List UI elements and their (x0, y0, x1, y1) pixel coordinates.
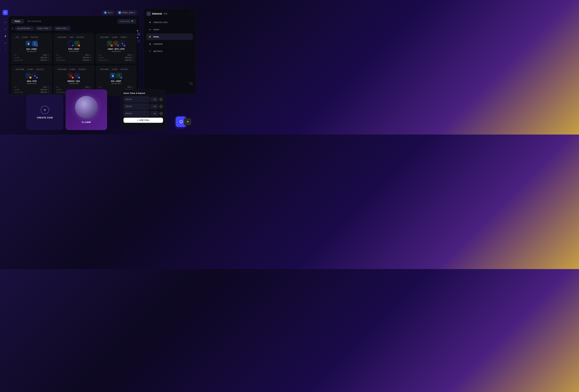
sidebar-icon-metrics[interactable]: ⤴ (3, 48, 7, 52)
coin-sui6: 💧 (110, 73, 116, 78)
coin-ada: ₳ ⬡ (26, 73, 31, 78)
pool-cards-grid: IPX CLAMM VOLATILE 💧 💲 ● SUI • USDC 304.… (11, 33, 136, 96)
coin-wavax: ◆ ▲ (68, 73, 73, 78)
left-sidebar: ⬡ ⊕ ⇌ ⚡ ◎ ⤴ (3, 8, 7, 94)
remove-btn-1[interactable]: − (159, 98, 163, 101)
card-2-stats: Fee000% i Liquidity$000.000 i Volume (24… (56, 54, 91, 61)
create-coin-icon: ⊕ (148, 21, 151, 24)
pool-card-2[interactable]: DEX NAME AMM VOLATILE ◆ ● T ● ETH • USDT… (54, 33, 94, 63)
select-token-btn-1[interactable]: SELECT ▾ (124, 96, 149, 102)
amount-box-1[interactable]: 000 (150, 97, 158, 102)
card-3-coin-icons: T ● ₿ ● ◈ ● (98, 41, 134, 46)
tag-dex-name: DEX NAME (56, 36, 68, 39)
amount-box-2[interactable]: 000 (150, 104, 158, 109)
pool-type-chevron: ▾ (49, 28, 50, 29)
remove-btn-2[interactable]: − (159, 105, 163, 109)
card-3-tags: DEX NAME CLAMM STABLE (98, 36, 134, 39)
create-coin-label: CREATE COIN (37, 116, 53, 119)
app-icons-corner: ⬡ ✦ (176, 116, 192, 127)
amount-box-3[interactable]: 000 (150, 111, 158, 116)
airdrop-label: AIRDROP (153, 43, 163, 45)
clamm-sphere (75, 96, 98, 118)
create-coin-plus-button[interactable]: + (41, 106, 49, 114)
card-4-stats: Fee000% i Liquidity$000.000 i Volume (24… (14, 86, 49, 93)
deposit-row-2: SELECT ▾ 000 − (124, 104, 163, 109)
brief-tooltip: Brief cVolati (189, 82, 193, 85)
app-logo-sidebar: ⬡ (2, 10, 8, 15)
sidebar-icon-pool[interactable]: ⚡ (3, 34, 7, 38)
card-3-pair: USDT • BTC • ETH (98, 48, 134, 50)
clamm-visual-panel: CLAMM (66, 89, 107, 130)
add-coin-plus-icon: + (137, 119, 139, 121)
nav-metrics[interactable]: ⤴ METRICS (146, 48, 193, 55)
nav-swap[interactable]: ⇌ SWAP (146, 26, 193, 33)
search-icon: 🔍 (132, 20, 134, 22)
pool-card-1[interactable]: IPX CLAMM VOLATILE 💧 💲 ● SUI • USDC 304.… (11, 33, 52, 63)
scroll-line-2[interactable] (137, 40, 140, 43)
network-badge[interactable]: S SUI ▾ (102, 10, 114, 15)
wallet-badge[interactable]: 0X025F...E3FA ▾ (116, 10, 137, 15)
add-coin-button[interactable]: + ADD COIn (124, 118, 163, 123)
card-1-pair: SUI • USDC (14, 48, 49, 50)
card-3-apr: 304.66% APR (98, 51, 134, 52)
remove-btn-3[interactable]: − (159, 112, 163, 115)
coin-usdt: T ● (74, 41, 80, 46)
select-label-2: SELECT (126, 106, 132, 107)
pool-tabs-header: POOL MY POSITION FIND POOL 🔍 (11, 19, 136, 24)
sidebar-icon-airdrop[interactable]: ◎ (3, 41, 7, 45)
select-token-btn-3[interactable]: SELECT ▾ (124, 111, 149, 116)
deposit-row-3: SELECT ▾ 000 − (124, 111, 163, 116)
select-token-btn-2[interactable]: SELECT ▾ (124, 104, 149, 109)
pool-card-4[interactable]: DEX NAME CLAMM VOLATILE ₳ ⬡ ◈ ● ADA • ET… (11, 65, 52, 96)
sui-icon: S (104, 11, 107, 14)
top-bar: S SUI ▾ 0X025F...E3FA ▾ (8, 9, 140, 16)
tag-dex-name6: DEX NAME (98, 68, 110, 71)
pool-type-label: POOL TYPE (38, 28, 48, 29)
tag-amm: AMM (69, 36, 74, 39)
select-label-3: SELECT (126, 113, 132, 114)
scroll-dot-2 (137, 37, 138, 38)
wallet-address: 0X025F...E3FA (122, 12, 133, 13)
coin-eth3: ◈ ● (120, 41, 125, 46)
nav-pool[interactable]: ⚡ POOL (146, 33, 193, 40)
interest-dex-panel: ⬡ Interest DEX ← ⊕ CREATE COIN ⇌ SWAP ⚡ … (143, 8, 196, 94)
tag-clamm5: CLAMM (69, 68, 76, 71)
scroll-line[interactable] (137, 33, 140, 36)
back-button[interactable]: ← (190, 12, 193, 15)
right-panel-header: ⬡ Interest DEX ← (146, 11, 193, 16)
card-2-tags: DEX NAME AMM VOLATILE (56, 36, 91, 39)
tab-group: POOL MY POSITION (11, 19, 45, 24)
tag-volatile: VOLATILE (30, 36, 39, 39)
coin-sui: 💧 (26, 41, 31, 46)
deposit-panel: Select Token & Deposit SELECT ▾ 000 − SE… (121, 89, 166, 130)
pool-panel: POOL MY POSITION FIND POOL 🔍 ☰ ALGOTRITH… (8, 16, 140, 94)
deposit-title: Select Token & Deposit (124, 92, 163, 94)
network-label: SUI (108, 12, 110, 13)
card-6-apr: 304.66% APR (98, 83, 134, 84)
tab-pool[interactable]: POOL (11, 19, 24, 24)
filters-row: ☰ ALGOTRITHM ▾ POOL TYPE ▾ COIN TYPE ▾ (11, 26, 136, 31)
card-5-coin-icons: ◆ ▲ ◎ ⬟ (56, 73, 91, 78)
sidebar-icon-add[interactable]: ⊕ (3, 20, 7, 24)
nav-items-list: ⊕ CREATE COIN ⇌ SWAP ⚡ POOL ◎ AIRDROP ⤴ … (146, 19, 193, 55)
card-3-stats: Fee000% i Liquidity$000.000 i Volume (24… (98, 54, 134, 61)
create-coin-panel: + CREATE COIN (26, 95, 63, 130)
swap-icon: ⇌ (148, 28, 151, 31)
card-5-pair: WAVAX • SOL (56, 80, 91, 82)
metrics-label: METRICS (153, 50, 163, 53)
card-5-apr: 304.66% APR (56, 83, 91, 84)
select-chevron-1: ▾ (146, 98, 147, 101)
coin-type-filter[interactable]: COIN TYPE ▾ (54, 26, 71, 31)
card-2-coin-icons: ◆ ● T ● (56, 41, 91, 46)
wallet-chevron: ▾ (134, 12, 135, 14)
algorithm-filter[interactable]: ALGOTRITHM ▾ (15, 26, 34, 31)
card-5-tags: DEX NAME CLAMM VOLATILE (56, 68, 91, 71)
sidebar-icon-swap[interactable]: ⇌ (3, 27, 7, 31)
nav-create-coin[interactable]: ⊕ CREATE COIN (146, 19, 193, 26)
card-6-tags: DEX NAME CLAMM VOLATILE (98, 68, 134, 71)
pool-card-3[interactable]: DEX NAME CLAMM STABLE T ● ₿ ● ◈ ● USDT •… (96, 33, 136, 63)
tab-my-position[interactable]: MY POSITION (24, 19, 45, 24)
pool-type-filter[interactable]: POOL TYPE ▾ (35, 26, 52, 31)
find-pool-button[interactable]: FIND POOL 🔍 (117, 19, 136, 24)
nav-airdrop[interactable]: ◎ AIRDROP (146, 41, 193, 47)
